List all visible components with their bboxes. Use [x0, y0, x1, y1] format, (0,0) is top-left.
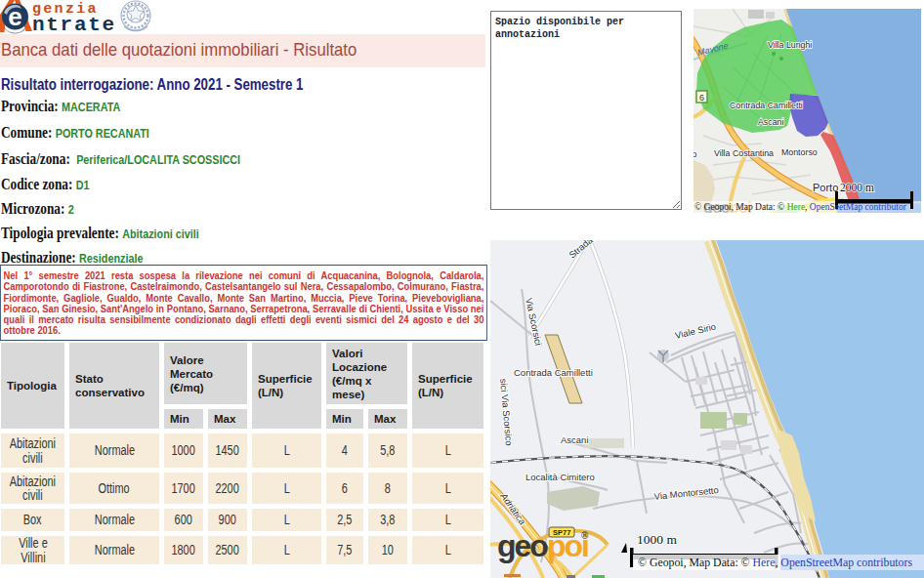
svg-text:© Geopoi, Map Data: © Here, Op: © Geopoi, Map Data: © Here, OpenSeetMap …	[694, 202, 907, 212]
svg-text:®: ®	[581, 530, 589, 541]
svg-text:ntrate: ntrate	[32, 14, 116, 34]
svg-text:Contrada Camilletti: Contrada Camilletti	[514, 367, 593, 378]
svg-text:e: e	[8, 2, 21, 31]
svg-text:Montorso: Montorso	[781, 147, 818, 157]
svg-text:Località Cimitero: Località Cimitero	[525, 472, 595, 482]
svg-text:1000 m: 1000 m	[637, 532, 677, 547]
svg-text:© Geopoi, Map Data: © Here, Op: © Geopoi, Map Data: © Here, OpenStreetMa…	[638, 556, 912, 569]
svg-text:Villa Lunghi: Villa Lunghi	[768, 40, 812, 50]
svg-text:2000 m: 2000 m	[840, 182, 874, 193]
svg-text:geopoi: geopoi	[497, 528, 588, 563]
svg-text:6: 6	[699, 93, 704, 103]
svg-text:to: to	[693, 149, 696, 159]
svg-text:Contrada Camilletti: Contrada Camilletti	[730, 101, 803, 110]
svg-text:Porto: Porto	[813, 182, 838, 193]
svg-text:Ascani: Ascani	[758, 117, 783, 127]
svg-text:Villa Costantina: Villa Costantina	[714, 148, 774, 158]
svg-text:Ascani: Ascani	[561, 434, 589, 445]
